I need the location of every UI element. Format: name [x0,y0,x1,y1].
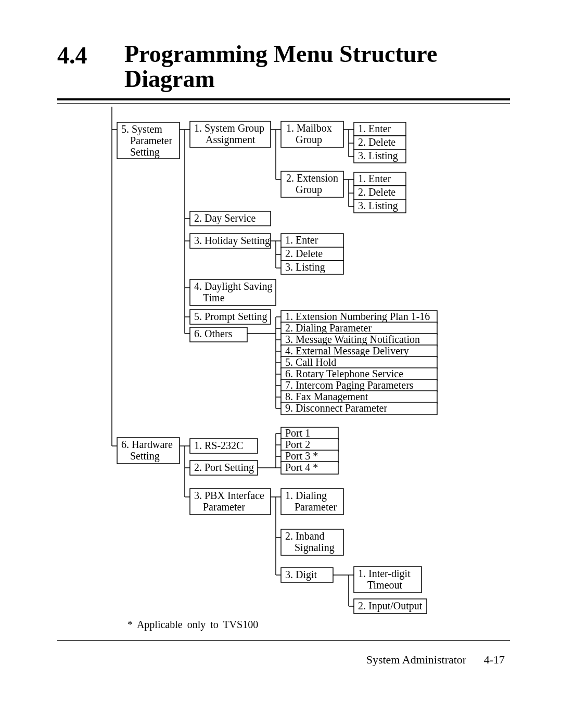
node-rs232c: 1. RS-232C [194,440,243,451]
node-prompt-setting: 5. Prompt Setting [194,311,267,323]
node-system-parameter-setting-l1: 5. System [121,123,162,135]
node-others: 6. Others [194,328,233,339]
node-others-1: 1. Extension Numbering Plan 1-16 [285,311,430,323]
node-system-group-assignment-l2: Assignment [206,134,256,146]
node-pbx-dialing-l2: Parameter [295,501,337,513]
node-pbx-digit: 3. Digit [285,569,317,581]
node-others-9: 9. Disconnect Parameter [285,402,387,414]
node-mailbox-delete: 2. Delete [358,136,395,148]
node-dst-l2: Time [203,292,225,303]
node-system-parameter-setting-l2: Parameter [130,135,172,146]
footer-label: System Administrator [366,653,467,666]
section-title-line2: Diagram [124,66,215,92]
node-extension-enter: 1. Enter [358,173,391,184]
node-holiday-setting: 3. Holiday Setting [194,235,270,247]
node-port2: Port 2 [285,439,310,450]
node-holiday-delete: 2. Delete [285,248,323,259]
node-pbx-inband-l1: 2. Inband [285,530,325,542]
node-pbx-inband-l2: Signaling [295,542,335,554]
section-title: Programming Menu Structure Diagram [124,42,504,92]
node-interdigit-l1: 1. Inter-digit [358,568,411,580]
node-pbx-interface-l1: 3. PBX Interface [194,490,264,501]
heading-rule-inner [57,103,510,104]
node-hardware-setting-l2: Setting [130,450,160,462]
node-others-8: 8. Fax Management [285,391,368,403]
node-pbx-dialing-l1: 1. Dialing [285,490,327,502]
node-extension-listing: 3. Listing [358,200,398,212]
node-interdigit-l2: Timeout [367,579,403,591]
section-title-line1: Programming Menu Structure [124,41,437,67]
page: 4.4 Programming Menu Structure Diagram 5… [0,0,562,728]
node-extension-delete: 2. Delete [358,186,395,198]
node-others-4: 4. External Message Delivery [285,345,409,357]
node-others-6: 6. Rotary Telephone Service [285,368,403,380]
node-mailbox-group-l2: Group [296,134,322,146]
node-system-parameter-setting-l3: Setting [130,146,160,158]
node-mailbox-group-l1: 1. Mailbox [286,122,332,134]
node-system-group-assignment-l1: 1. System Group [194,122,264,134]
node-others-3: 3. Message Waiting Notification [285,334,420,346]
node-hardware-setting-l1: 6. Hardware [121,439,173,450]
diagram: 5. System Parameter Setting 1. System Gr… [57,107,510,632]
node-holiday-listing: 3. Listing [285,261,325,273]
node-port-setting: 2. Port Setting [194,462,254,474]
node-others-7: 7. Intercom Paging Parameters [285,379,414,391]
footer-rule [57,640,510,641]
footer-page: 4-17 [484,653,505,666]
heading: 4.4 Programming Menu Structure Diagram [57,42,510,105]
node-extension-group-l2: Group [296,184,322,196]
node-mailbox-enter: 1. Enter [358,123,391,134]
footnote: * Applicable only to TVS100 [127,619,258,631]
node-port4: Port 4 * [285,462,318,473]
node-pbx-interface-l2: Parameter [203,501,245,513]
node-holiday-enter: 1. Enter [285,234,318,246]
node-extension-group-l1: 2. Extension [286,172,338,184]
section-number: 4.4 [57,42,122,69]
node-others-2: 2. Dialing Parameter [285,322,372,334]
node-port1: Port 1 [285,427,310,439]
footer: System Administrator 4-17 [366,653,505,667]
node-others-5: 5. Call Hold [285,356,336,368]
node-day-service: 2. Day Service [194,212,256,224]
node-input-output: 2. Input/Output [358,600,423,612]
node-port3: Port 3 * [285,450,318,462]
node-dst-l1: 4. Daylight Saving [194,280,273,292]
heading-rule [57,98,510,105]
node-mailbox-listing: 3. Listing [358,150,398,162]
